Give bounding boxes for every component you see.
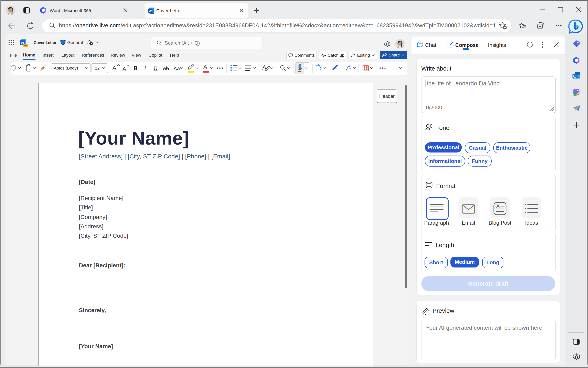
- svg-text:DF: DF: [24, 44, 27, 47]
- svg-text:W: W: [149, 9, 152, 13]
- svg-text:A: A: [496, 203, 499, 209]
